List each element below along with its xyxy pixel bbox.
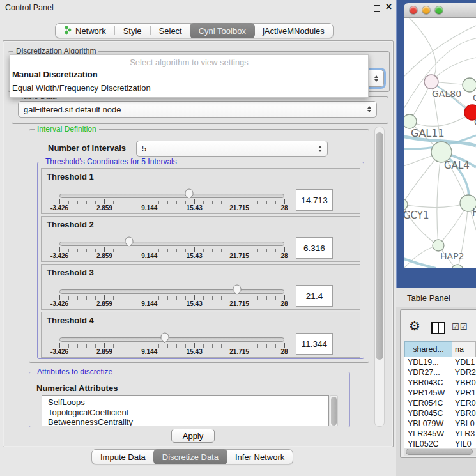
network-edge (404, 203, 468, 208)
table-cell[interactable]: YBR0 (452, 378, 476, 387)
threshold-value-box[interactable]: 11.344 (296, 333, 333, 355)
table-cell[interactable]: YLR3 (452, 429, 476, 438)
close-traffic-light[interactable] (410, 6, 417, 14)
network-edge (409, 18, 436, 82)
tab-cyni-toolbox[interactable]: Cyni Toolbox (190, 23, 255, 38)
slider-minor-ticks (59, 249, 285, 252)
intervals-value: 5 (142, 144, 146, 153)
network-node[interactable] (404, 114, 417, 128)
column-header-shared-name[interactable]: shared... (404, 341, 452, 357)
numerical-attribute-item[interactable]: SelfLoops (48, 397, 328, 408)
numerical-attribute-item[interactable]: BetweennessCentrality (48, 417, 328, 426)
split-view-icon[interactable] (431, 322, 445, 334)
checkboxes-icon[interactable]: ☑☑ (452, 322, 468, 332)
settings-scrollbar[interactable] (374, 127, 385, 427)
threshold-list: Threshold 1 -3.4262.8599.14415.4321.7152… (41, 168, 360, 360)
tick-label: 21.715 (229, 348, 249, 355)
table-cell[interactable]: YDR2 (452, 368, 476, 377)
threshold-slider-thumb[interactable] (160, 332, 170, 344)
tick-label: 2.859 (96, 348, 112, 355)
threshold-slider-track[interactable] (59, 337, 284, 342)
threshold-value-box[interactable]: 21.4 (296, 285, 333, 307)
network-window-titlebar[interactable] (404, 3, 476, 18)
minimize-traffic-light[interactable] (422, 6, 430, 14)
threshold-slider-thumb[interactable] (184, 188, 194, 200)
attributes-scrollbar[interactable] (330, 395, 338, 426)
group-title: Attributes to discretize (35, 367, 115, 376)
table-cell[interactable]: YPR1 (452, 388, 476, 397)
tab-label: Cyni Toolbox (199, 26, 246, 36)
combo-arrows-icon (367, 106, 371, 112)
table-cell[interactable]: YLR345W (404, 429, 452, 438)
table-row[interactable]: YBR043CYBR0 (404, 378, 476, 388)
network-node-label: H (472, 207, 476, 219)
table-cell[interactable]: YBR0 (452, 409, 476, 418)
table-row[interactable]: YBR045CYBR0 (404, 408, 476, 418)
network-node-label: GAL80 (432, 89, 461, 99)
tab-infer-network[interactable]: Infer Network (227, 450, 293, 464)
table-hscrollbar[interactable] (404, 448, 476, 456)
tick-label: 21.715 (229, 204, 249, 211)
threshold-value-box[interactable]: 14.713 (296, 189, 333, 211)
numerical-attribute-item[interactable]: TopologicalCoefficient (48, 408, 328, 418)
table-cell[interactable]: YDL19... (404, 358, 452, 367)
table-cell[interactable]: YBR045C (404, 409, 452, 418)
table-cell[interactable]: YBL0 (452, 419, 476, 428)
table-data-combobox[interactable]: galFiltered.sif default node (18, 101, 377, 118)
number-of-intervals-spinner[interactable]: 5 (136, 141, 328, 157)
tab-impute-data[interactable]: Impute Data (92, 450, 154, 464)
attributes-scrollbar-thumb[interactable] (331, 397, 337, 426)
table-hscrollbar-thumb[interactable] (406, 449, 473, 455)
tick-label: -3.426 (50, 204, 68, 211)
table-row[interactable]: YER054CYER0 (404, 398, 476, 408)
table-cell[interactable]: YPR145W (404, 388, 452, 397)
tab-discretize-data[interactable]: Discretize Data (153, 449, 227, 464)
table-row[interactable]: YIL052CYIL0 (404, 439, 476, 448)
tab-style[interactable]: Style (115, 24, 150, 38)
dropdown-option-equal-width[interactable]: Equal Width/Frequency Discretization (10, 82, 368, 95)
network-node[interactable] (404, 199, 408, 210)
table-row[interactable]: YDR27...YDR2 (404, 367, 476, 378)
table-cell[interactable]: YDL1 (452, 358, 476, 367)
network-canvas-svg: GAL80GCGAL11GAL4GCY1HHAP2 (404, 18, 476, 268)
dropdown-option-manual-discretization[interactable]: Manual Discretization (10, 68, 368, 82)
network-view-canvas[interactable]: GAL80GCGAL11GAL4GCY1HHAP2 (404, 18, 476, 268)
dropdown-placeholder: Select algorithm to view settings (10, 55, 368, 68)
spinner-arrows-icon (318, 146, 322, 152)
table-panel-title: Table Panel (407, 293, 450, 303)
table-cell[interactable]: YER0 (452, 399, 476, 408)
algorithm-dropdown-popup: Select algorithm to view settings Manual… (10, 54, 369, 98)
table-cell[interactable]: YIL052C (404, 440, 452, 448)
tab-select[interactable]: Select (151, 24, 190, 38)
threshold-slider-track[interactable] (59, 242, 284, 246)
table-cell[interactable]: YIL0 (452, 440, 476, 448)
apply-button[interactable]: Apply (171, 429, 215, 443)
close-icon[interactable]: ✕ (385, 2, 392, 12)
settings-scrollbar-thumb[interactable] (376, 132, 383, 360)
table-row[interactable]: YBL079WYBL0 (404, 418, 476, 429)
table-row[interactable]: YLR345WYLR3 (404, 429, 476, 439)
threshold-slider-track[interactable] (59, 289, 284, 294)
table-cell[interactable]: YER054C (404, 399, 452, 408)
network-node[interactable] (463, 78, 476, 92)
threshold-slider-thumb[interactable] (232, 284, 242, 296)
threshold-slider-track[interactable] (59, 194, 284, 198)
network-node[interactable] (424, 75, 438, 89)
network-edge-thick (404, 256, 436, 268)
table-row[interactable]: YDL19...YDL1 (404, 357, 476, 367)
tab-network[interactable]: Network (56, 24, 114, 38)
zoom-traffic-light[interactable] (435, 6, 443, 14)
threshold-value-box[interactable]: 6.316 (296, 237, 333, 259)
table-cell[interactable]: YBL079W (404, 419, 452, 428)
float-window-icon[interactable] (374, 5, 380, 12)
gear-icon[interactable]: ⚙ (409, 318, 420, 334)
table-row[interactable]: YPR145WYPR1 (404, 388, 476, 398)
threshold-slider-thumb[interactable] (124, 236, 134, 248)
panel-title: Control Panel (5, 3, 54, 12)
tab-jactivemnodules[interactable]: jActiveMNodules (254, 24, 333, 38)
table-cell[interactable]: YBR043C (404, 378, 452, 387)
column-header-name[interactable]: na (452, 341, 476, 357)
network-node-label: GAL4 (444, 160, 470, 171)
table-cell[interactable]: YDR27... (404, 368, 452, 377)
network-node[interactable] (433, 240, 444, 251)
